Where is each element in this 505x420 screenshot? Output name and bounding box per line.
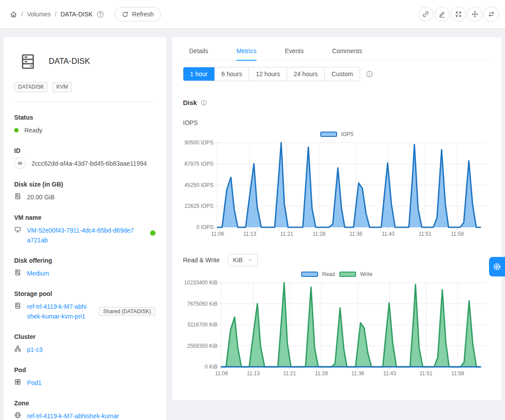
info-section-label: VM name — [14, 214, 155, 221]
home-icon[interactable] — [10, 11, 17, 18]
iops-chart-svg: 90500 IOPS67875 IOPS45250 IOPS22625 IOPS… — [183, 140, 489, 241]
storage-pool-value[interactable]: ref-trl-4119-k-M7-abhishek-kumar-kvm-pri… — [27, 302, 87, 321]
hdd-icon — [14, 302, 21, 309]
svg-text:11:58: 11:58 — [451, 231, 464, 237]
info-section-label: Storage pool — [14, 290, 155, 297]
resource-info-sections: Status Ready ID 2ccc62dd-af4a-43d7-bd45-… — [14, 114, 155, 420]
svg-text:11:51: 11:51 — [419, 231, 431, 237]
tab-details[interactable]: Details — [189, 42, 208, 61]
move-icon — [471, 11, 478, 18]
breadcrumb-separator: / — [55, 11, 57, 18]
svg-text:5116700 KiB: 5116700 KiB — [187, 322, 218, 328]
svg-text:11:58: 11:58 — [451, 370, 464, 377]
time-range-1-hour[interactable]: 1 hour — [183, 67, 214, 81]
svg-text:11:36: 11:36 — [351, 370, 364, 377]
volume-icon — [21, 54, 35, 70]
time-range-24-hours[interactable]: 24 hours — [287, 67, 324, 81]
legend-swatch — [320, 132, 337, 137]
svg-text:90500 IOPS: 90500 IOPS — [185, 140, 214, 146]
svg-text:11:36: 11:36 — [350, 231, 362, 237]
edit-button[interactable] — [435, 7, 450, 22]
info-section-label: Pod — [14, 366, 155, 373]
tab-metrics[interactable]: Metrics — [237, 42, 256, 61]
storage-pool-badge: Shared (DATADISK) — [99, 307, 155, 316]
svg-text:11:21: 11:21 — [283, 370, 296, 377]
tag: KVM — [52, 82, 72, 92]
status-dot — [14, 128, 19, 132]
pod-value[interactable]: Pod1 — [27, 378, 42, 388]
breadcrumb-separator: / — [21, 11, 23, 18]
svg-text:0 IOPS: 0 IOPS — [196, 224, 214, 230]
tab-comments[interactable]: Comments — [332, 42, 362, 61]
info-section: ID 2ccc62dd-af4a-43d7-bd45-6b83aae11994 — [14, 147, 155, 169]
swap-icon — [488, 11, 495, 18]
svg-text:0 KiB: 0 KiB — [205, 364, 218, 370]
info-section-label: Disk size (in GB) — [14, 181, 155, 188]
unit-select[interactable]: KiB — [228, 254, 258, 266]
info-section: Zone ref-trl-4119-k-M7-abhishek-kumar — [14, 400, 155, 420]
resource-detail-card: DATA-DISK DATADISKKVM Status Ready ID 2c… — [4, 37, 166, 420]
read-write-row: Read & Write KiB — [183, 254, 491, 266]
svg-text:11:21: 11:21 — [280, 231, 293, 237]
vm-name-value[interactable]: VM-52e00f43-7911-4dc4-85bd-d69de7a721ab — [27, 226, 137, 245]
info-section: VM name VM-52e00f43-7911-4dc4-85bd-d69de… — [14, 214, 155, 245]
divider — [14, 102, 155, 102]
reload-icon — [122, 11, 128, 18]
link-icon — [422, 11, 429, 18]
cluster-value[interactable]: p1-c3 — [27, 345, 43, 354]
time-range-row: 1 hour6 hours12 hours24 hoursCustom — [183, 67, 491, 81]
id-value: 2ccc62dd-af4a-43d7-bd45-6b83aae11994 — [31, 159, 147, 168]
info-section: Pod Pod1 — [14, 366, 155, 388]
breadcrumb: / Volumes / DATA-DISK Refresh — [10, 7, 161, 21]
info-section-label: Zone — [14, 400, 155, 407]
time-range-12-hours[interactable]: 12 hours — [249, 67, 286, 81]
svg-text:10233400 KiB: 10233400 KiB — [184, 280, 218, 286]
info-section: Status Ready — [14, 114, 155, 135]
svg-text:11:43: 11:43 — [382, 231, 395, 237]
svg-text:11:06: 11:06 — [211, 231, 224, 237]
fullscreen-button[interactable] — [451, 7, 466, 22]
swap-button[interactable] — [484, 7, 499, 22]
settings-fab[interactable] — [489, 257, 505, 276]
disk-offering-value[interactable]: Medium — [27, 268, 49, 278]
time-range-6-hours[interactable]: 6 hours — [214, 67, 249, 81]
header-action-buttons — [418, 7, 499, 22]
svg-text:11:28: 11:28 — [312, 231, 325, 237]
tab-events[interactable]: Events — [285, 42, 304, 61]
disk-section-heading: Disk — [183, 99, 491, 106]
breadcrumb-volumes-link[interactable]: Volumes — [27, 11, 51, 18]
info-circle-icon[interactable] — [366, 70, 373, 78]
tag: DATADISK — [14, 82, 48, 92]
gear-icon — [493, 262, 501, 271]
time-range-group: 1 hour6 hours12 hours24 hoursCustom — [183, 67, 360, 81]
move-button[interactable] — [467, 7, 482, 22]
question-circle-icon[interactable] — [97, 11, 104, 18]
svg-text:2558350 KiB: 2558350 KiB — [187, 343, 218, 349]
info-section-label: Disk offering — [14, 257, 155, 264]
svg-text:11:51: 11:51 — [420, 370, 432, 377]
legend-item-iops[interactable]: IOPS — [320, 131, 354, 137]
time-range-custom[interactable]: Custom — [324, 67, 359, 81]
disk-size-in-gb--value: 20.00 GiB — [27, 192, 54, 202]
zone-value[interactable]: ref-trl-4119-k-M7-abhishek-kumar — [27, 411, 119, 420]
svg-text:67875 IOPS: 67875 IOPS — [185, 161, 214, 167]
legend-swatch — [301, 272, 318, 277]
link-button[interactable] — [418, 7, 433, 22]
legend-label: IOPS — [341, 131, 354, 137]
barcode-icon — [14, 157, 26, 169]
refresh-button[interactable]: Refresh — [114, 7, 161, 21]
svg-text:22625 IOPS: 22625 IOPS — [185, 203, 214, 209]
global-icon — [14, 412, 21, 419]
rw-legend: Read Write — [183, 271, 491, 278]
edit-icon — [439, 11, 446, 18]
info-circle-icon[interactable] — [201, 100, 207, 106]
svg-text:11:13: 11:13 — [247, 370, 260, 377]
legend-item-read[interactable]: Read — [301, 271, 335, 277]
breadcrumb-current: DATA-DISK — [60, 11, 93, 18]
info-section-label: Status — [14, 114, 155, 121]
read-write-label: Read & Write — [183, 257, 220, 264]
resource-header: DATA-DISK — [21, 51, 155, 71]
page-header: / Volumes / DATA-DISK Refresh — [0, 0, 505, 28]
legend-item-write[interactable]: Write — [339, 271, 373, 277]
hdd-icon — [14, 269, 21, 276]
